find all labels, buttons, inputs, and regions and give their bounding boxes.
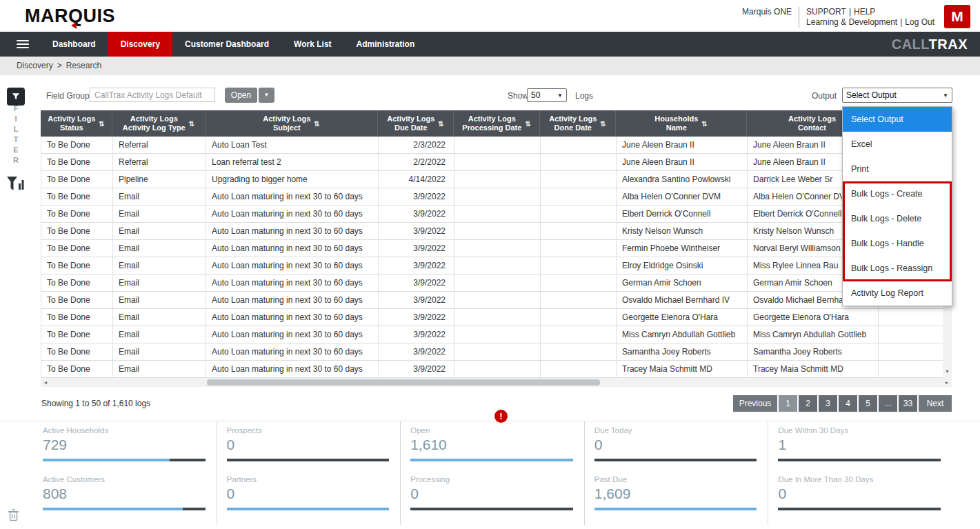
table-row[interactable]: To Be DoneEmailAuto Loan maturing in nex… [41, 188, 952, 206]
support-link[interactable]: SUPPORT [806, 7, 846, 17]
output-option-print[interactable]: Print [843, 157, 952, 181]
page-button-1[interactable]: 1 [779, 395, 797, 412]
table-cell: Upgrading to bigger home [206, 171, 379, 188]
menu-icon[interactable] [17, 40, 29, 48]
nav-item-dashboard[interactable]: Dashboard [40, 32, 108, 57]
breadcrumb-section[interactable]: Discovery [17, 61, 53, 70]
show-select[interactable]: 50 ▼ [527, 88, 567, 102]
column-header-done-date[interactable]: Activity LogsDone Date⇅ [540, 110, 616, 137]
previous-button[interactable]: Previous [733, 395, 777, 412]
nav-item-administration[interactable]: Administration [344, 32, 428, 57]
table-cell [541, 223, 617, 239]
column-header-status[interactable]: Activity LogsStatus⇅ [41, 110, 112, 137]
table-row[interactable]: To Be DoneEmailAuto Loan maturing in nex… [41, 275, 952, 292]
sort-icon[interactable]: ⇅ [314, 120, 319, 128]
marquis-one-link[interactable]: Marquis ONE [742, 7, 792, 17]
page-button-3[interactable]: 3 [819, 395, 837, 412]
table-cell: Email [113, 257, 206, 274]
show-label: Show [508, 91, 528, 101]
sort-icon[interactable]: ⇅ [701, 120, 707, 128]
table-row[interactable]: To Be DoneEmailAuto Loan maturing in nex… [41, 309, 952, 326]
stat-partners: Partners0 [227, 475, 390, 510]
table-body: To Be DoneReferralAuto Loan Test2/3/2022… [41, 137, 952, 378]
page-button-2[interactable]: 2 [799, 395, 817, 412]
scroll-left-arrow[interactable]: ◄ [41, 378, 50, 387]
sort-icon[interactable]: ⇅ [600, 120, 606, 128]
stat-progress-bar [410, 459, 573, 461]
table-cell [541, 137, 617, 153]
open-dropdown-button[interactable]: ▼ [259, 88, 274, 103]
table-row[interactable]: To Be DoneEmailAuto Loan maturing in nex… [41, 223, 952, 240]
table-row[interactable]: To Be DoneEmailAuto Loan maturing in nex… [41, 292, 952, 309]
column-header-processing-date[interactable]: Activity LogsProcessing Date⇅ [454, 110, 540, 137]
output-option-excel[interactable]: Excel [843, 132, 952, 157]
table-cell: Email [113, 188, 206, 205]
alert-icon[interactable]: ! [494, 410, 508, 423]
sort-icon[interactable]: ⇅ [189, 120, 194, 128]
stat-label: Due Today [594, 426, 757, 435]
marquis-logo-text: MARQUIS [25, 6, 115, 26]
table-cell: Auto Loan maturing in next 30 to 60 days [206, 223, 379, 239]
sort-icon[interactable]: ⇅ [438, 120, 443, 128]
column-header-name[interactable]: HouseholdsName⇅ [616, 110, 747, 137]
nav-item-work-list[interactable]: Work List [281, 32, 343, 57]
table-row[interactable]: To Be DonePipelineUpgrading to bigger ho… [41, 171, 952, 188]
marquis-m-icon[interactable]: M [944, 5, 970, 28]
table-row[interactable]: To Be DoneEmailAuto Loan maturing in nex… [41, 361, 952, 378]
filter-letter: I [0, 114, 32, 124]
table-row[interactable]: To Be DoneEmailAuto Loan maturing in nex… [41, 326, 952, 343]
logout-link[interactable]: Log Out [905, 17, 934, 27]
scroll-right-arrow[interactable]: ► [942, 378, 952, 387]
stat-processing: Processing0 [410, 475, 573, 510]
table-cell: Referral [113, 154, 206, 170]
page-button-4[interactable]: 4 [839, 395, 857, 412]
column-header-activity-log-type[interactable]: Activity LogsActivity Log Type⇅ [112, 110, 206, 137]
filter-report-icon[interactable] [6, 176, 26, 192]
marquis-logo[interactable]: MARQUIS [25, 6, 115, 27]
output-option-bulk-logs-delete[interactable]: Bulk Logs - Delete [843, 206, 952, 231]
page-button-33[interactable]: 33 [899, 395, 917, 412]
sort-icon[interactable]: ⇅ [525, 120, 530, 128]
output-option-bulk-logs-handle[interactable]: Bulk Logs - Handle [843, 231, 952, 256]
table-cell: Tracey Maia Schmitt MD [617, 361, 748, 377]
table-cell: 4/14/2022 [379, 171, 454, 188]
table-row[interactable]: To Be DoneEmailAuto Loan maturing in nex… [41, 240, 952, 257]
column-header-due-date[interactable]: Activity LogsDue Date⇅ [378, 110, 454, 137]
table-header: Activity LogsStatus⇅Activity LogsActivit… [41, 110, 952, 137]
table-row[interactable]: To Be DoneEmailAuto Loan maturing in nex… [41, 343, 952, 361]
trash-icon[interactable] [8, 508, 19, 524]
output-option-select-output[interactable]: Select Output [843, 107, 952, 132]
sort-icon[interactable]: ⇅ [99, 120, 104, 128]
output-option-bulk-logs-create[interactable]: Bulk Logs - Create [843, 181, 952, 206]
horizontal-scroll-thumb[interactable] [207, 379, 600, 386]
horizontal-scrollbar[interactable]: ◄ ► [41, 378, 952, 387]
next-button[interactable]: Next [919, 395, 952, 412]
stat-past-due: Past Due1,609 [594, 475, 757, 510]
table-row[interactable]: To Be DoneEmailAuto Loan maturing in nex… [41, 257, 952, 275]
nav-item-discovery[interactable]: Discovery [108, 32, 172, 57]
output-option-bulk-logs-reassign[interactable]: Bulk Logs - Reassign [843, 256, 952, 281]
table-cell: Auto Loan maturing in next 30 to 60 days [206, 257, 379, 274]
table-cell: Email [113, 343, 206, 360]
scroll-down-arrow[interactable]: ▼ [943, 367, 952, 377]
output-menu-list: Select OutputExcelPrintBulk Logs - Creat… [843, 107, 952, 306]
table-row[interactable]: To Be DoneEmailAuto Loan maturing in nex… [41, 206, 952, 223]
open-button[interactable]: Open [225, 88, 257, 103]
filter-letter: E [0, 145, 32, 155]
table-row[interactable]: To Be DoneReferralAuto Loan Test2/3/2022… [41, 137, 952, 154]
column-header-subject[interactable]: Activity LogsSubject⇅ [206, 110, 378, 137]
help-link[interactable]: HELP [854, 7, 875, 17]
nav-items: DashboardDiscoveryCustomer DashboardWork… [40, 32, 427, 57]
output-option-activity-log-report[interactable]: Activity Log Report [843, 281, 952, 306]
field-group-input[interactable] [90, 88, 215, 102]
table-row[interactable]: To Be DoneReferralLoan referral test 22/… [41, 154, 952, 171]
nav-item-customer-dashboard[interactable]: Customer Dashboard [172, 32, 281, 57]
learning-development-link[interactable]: Learning & Development [806, 17, 897, 27]
filter-vertical-label: FILTER [0, 103, 32, 166]
stats-panel: Active Households729Active Customers808P… [41, 421, 952, 525]
page-button-5[interactable]: 5 [859, 395, 877, 412]
table-cell: Auto Loan maturing in next 30 to 60 days [206, 188, 379, 205]
output-select[interactable]: Select Output ▼ [842, 88, 952, 103]
table-cell: German Amir Schoen [617, 275, 748, 291]
table-cell [541, 343, 617, 360]
